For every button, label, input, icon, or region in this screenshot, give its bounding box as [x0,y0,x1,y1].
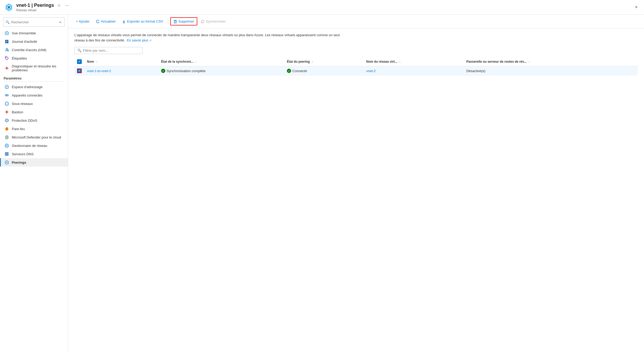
cell-nom: vnet-1-to-vnet-2 [84,66,159,76]
filter-row: 🔍 [68,45,644,57]
firewall-icon [4,126,9,131]
delete-button[interactable]: Supprimer [170,17,197,25]
address-icon [4,84,9,89]
description-area: L'appairage de réseaux virtuels vous per… [68,28,356,45]
resource-type: Réseau virtuel [16,8,70,12]
sidebar-item-journal[interactable]: Journal d'activité [0,37,68,46]
table-container: ✓ Nom ↕ État de la synchroni... ↕ Éta [68,57,644,352]
sort-icon-gateway: ↕ [528,60,530,63]
sidebar-item-pare-feu[interactable]: Pare-feu [0,125,68,133]
close-button[interactable]: × [633,3,640,11]
title-group: vnet-1 | Peerings ☆ ⋯ Réseau virtuel [16,2,70,12]
overview-icon [4,31,9,35]
sync-icon [201,20,205,23]
sidebar-item-peerings[interactable]: Peerings [0,158,68,167]
sidebar-item-label: Microsoft Defender pour le cloud [12,135,61,139]
description-text: L'appairage de réseaux virtuels vous per… [74,33,340,42]
th-nom[interactable]: Nom ↕ [84,57,159,66]
row-checkbox-cell: ✓ [74,66,84,76]
more-options-button[interactable]: ⋯ [64,2,70,8]
sidebar-item-etiquettes[interactable]: Étiquettes [0,54,68,62]
sidebar-item-label: Sous-réseaux [12,102,33,106]
peerings-table: ✓ Nom ↕ État de la synchroni... ↕ Éta [74,57,638,76]
export-label: Exporter au format CSV [127,19,163,23]
table-row: ✓ vnet-1-to-vnet-2 Synchronisation compl… [74,66,638,76]
sync-button[interactable]: Synchroniser [198,18,228,25]
sidebar-item-label: Espace d'adressage [12,85,42,89]
search-input[interactable] [11,20,57,24]
th-peering-state[interactable]: État du peering ↕ [284,57,364,66]
filter-wrap: 🔍 [74,47,143,54]
toolbar-divider [168,19,168,24]
sidebar-item-label: Appareils connectés [12,93,42,97]
sidebar-item-sous-reseaux[interactable]: Sous-réseaux [0,99,68,108]
sidebar-item-label: Diagnostiquer et résoudre les problèmes [12,64,64,72]
svg-point-10 [11,5,12,6]
ddos-icon [4,118,9,123]
sidebar-item-vue-ensemble[interactable]: Vue d'ensemble [0,29,68,37]
th-vnet-label: Nom du réseau virt... [366,60,397,63]
top-bar: vnet-1 | Peerings ☆ ⋯ Réseau virtuel × [0,0,644,15]
sidebar-item-serveurs-dns[interactable]: Serveurs DNS [0,150,68,158]
svg-marker-36 [6,103,8,105]
peering-link[interactable]: vnet-1-to-vnet-2 [87,69,111,73]
svg-point-31 [6,86,8,88]
subnet-icon [4,101,9,106]
sidebar: 🔍 « Vue d'ensemble [0,15,68,352]
dns-icon [4,152,9,156]
bastion-icon [4,110,9,114]
sidebar-item-label: Bastion [12,110,23,114]
gateway-text: Désactivé(e) [466,69,485,73]
section-label-parametres: Paramètres [0,74,68,81]
iam-icon [4,47,9,52]
tag-icon [4,56,9,61]
sidebar-item-espace[interactable]: Espace d'adressage [0,83,68,91]
sidebar-item-ddos[interactable]: Protection DDoS [0,116,68,125]
sidebar-item-label: Journal d'activité [12,40,37,44]
sidebar-item-gestionnaire[interactable]: Gestionnaire de réseau [0,141,68,150]
refresh-button[interactable]: Actualiser [93,18,118,25]
add-button[interactable]: + Ajouter [73,18,92,25]
delete-icon [173,20,177,23]
peerings-icon [4,160,9,165]
sidebar-item-appareils[interactable]: Appareils connectés [0,91,68,99]
th-gateway[interactable]: Passerelle ou serveur de routes de rés..… [464,57,638,66]
sidebar-item-label: Étiquettes [12,56,27,60]
peering-status-text: Connecté [292,69,307,73]
sync-status-text: Synchronisation complète [167,69,206,73]
external-link-icon: ↗ [149,39,151,42]
sort-icon-peering: ↕ [312,60,313,63]
sync-label: Synchroniser [206,19,226,23]
learn-more-link[interactable]: En savoir plus [127,38,148,42]
sidebar-item-bastion[interactable]: Bastion [0,108,68,116]
collapse-button[interactable]: « [58,19,62,25]
toolbar: + Ajouter Actualiser Exporter au format … [68,15,644,28]
sidebar-item-diagnostiquer[interactable]: Diagnostiquer et résoudre les problèmes [0,62,68,74]
th-sync-label: État de la synchroni... [161,60,194,63]
vnet-link[interactable]: vnet-2 [366,69,376,73]
resource-icon [4,3,14,12]
svg-point-9 [8,3,10,5]
export-button[interactable]: Exporter au format CSV [119,18,166,25]
sidebar-item-label: Protection DDoS [12,119,37,122]
page-title: vnet-1 | Peerings ☆ ⋯ [16,2,70,8]
sidebar-item-label: Serveurs DNS [12,152,34,156]
sidebar-item-controle[interactable]: Contrôle d'accès (IAM) [0,46,68,54]
delete-label: Supprimer [178,19,194,23]
select-all-checkbox[interactable]: ✓ [77,59,82,64]
refresh-label: Actualiser [101,19,116,23]
export-icon [122,20,126,23]
title-text: vnet-1 | Peerings [16,3,54,8]
sort-icon-nom: ↕ [96,60,97,63]
sync-status: Synchronisation complète [161,69,282,73]
cell-sync-state: Synchronisation complète [159,66,284,76]
filter-input[interactable] [83,49,140,52]
th-vnet-name[interactable]: Nom du réseau virt... ↕ [364,57,464,66]
th-sync-state[interactable]: État de la synchroni... ↕ [159,57,284,66]
favorite-button[interactable]: ☆ [56,2,62,8]
row-checkbox[interactable]: ✓ [77,68,82,73]
svg-point-13 [6,8,7,9]
sidebar-item-label: Vue d'ensemble [12,31,36,35]
cell-peering-state: Connecté [284,66,364,76]
sidebar-item-defender[interactable]: Microsoft Defender pour le cloud [0,133,68,141]
